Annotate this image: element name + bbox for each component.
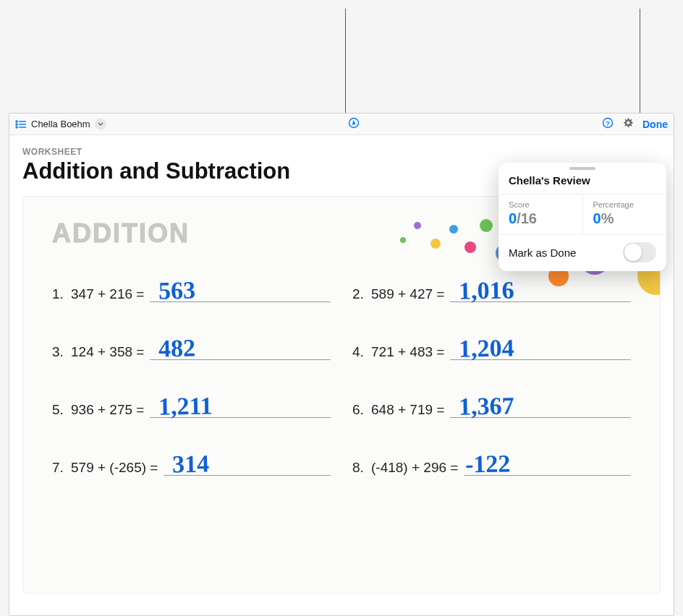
percentage-value: 0 bbox=[593, 210, 601, 226]
handwritten-answer: 314 bbox=[172, 450, 210, 479]
answer-line[interactable]: -122 bbox=[464, 450, 631, 476]
problem-expression: 124 + 358 = bbox=[71, 344, 144, 360]
svg-point-9 bbox=[627, 121, 629, 124]
answer-line[interactable]: 1,016 bbox=[450, 276, 631, 302]
mark-as-done-label: Mark as Done bbox=[509, 247, 576, 259]
svg-point-0 bbox=[16, 121, 17, 122]
problem-row[interactable]: 8.(-418) + 296 =-122 bbox=[352, 450, 631, 476]
gear-icon[interactable] bbox=[622, 117, 634, 131]
problem-expression: 721 + 483 = bbox=[371, 344, 444, 360]
document-type-label: WORKSHEET bbox=[22, 147, 661, 157]
problem-expression: 579 + (-265) = bbox=[71, 460, 158, 476]
answer-line[interactable]: 1,211 bbox=[150, 392, 331, 418]
percentage-stat[interactable]: Percentage 0% bbox=[582, 194, 667, 234]
review-panel-title: Chella's Review bbox=[499, 173, 666, 194]
app-window: Chella Boehm ? Done WORKSHEET Addition a… bbox=[9, 113, 674, 616]
problem-row[interactable]: 7.579 + (-265) =314 bbox=[52, 450, 331, 476]
mark-as-done-toggle[interactable] bbox=[623, 242, 656, 262]
decor-circle bbox=[414, 222, 421, 229]
problem-number: 3. bbox=[52, 344, 71, 360]
decor-circle bbox=[400, 237, 406, 243]
decor-circle bbox=[464, 241, 476, 253]
problem-row[interactable]: 3.124 + 358 =482 bbox=[52, 334, 331, 360]
problem-expression: 936 + 275 = bbox=[71, 402, 144, 418]
answer-line[interactable]: 314 bbox=[164, 450, 331, 476]
problem-number: 2. bbox=[352, 286, 371, 302]
problem-number: 4. bbox=[352, 344, 371, 360]
mark-as-done-row: Mark as Done bbox=[499, 235, 666, 271]
problem-number: 6. bbox=[352, 402, 371, 418]
score-label: Score bbox=[509, 200, 572, 209]
review-stats: Score 0/16 Percentage 0% bbox=[499, 194, 666, 235]
problem-number: 8. bbox=[352, 460, 371, 476]
problem-row[interactable]: 6.648 + 719 =1,367 bbox=[352, 392, 631, 418]
handwritten-answer: 1,367 bbox=[459, 392, 514, 420]
handwritten-answer: 1,211 bbox=[158, 392, 213, 420]
score-stat[interactable]: Score 0/16 bbox=[499, 194, 582, 234]
markup-icon[interactable] bbox=[348, 117, 360, 131]
answer-line[interactable]: 1,367 bbox=[450, 392, 631, 418]
list-icon[interactable] bbox=[15, 120, 27, 129]
toolbar: Chella Boehm ? Done bbox=[9, 114, 674, 135]
handwritten-answer: -122 bbox=[465, 450, 511, 478]
problem-number: 7. bbox=[52, 460, 71, 476]
percentage-label: Percentage bbox=[593, 200, 657, 209]
problem-row[interactable]: 2.589 + 427 =1,016 bbox=[352, 276, 631, 302]
problem-row[interactable]: 5.936 + 275 =1,211 bbox=[52, 392, 331, 418]
handwritten-answer: 482 bbox=[158, 335, 196, 363]
answer-line[interactable]: 1,204 bbox=[450, 334, 631, 360]
answer-line[interactable]: 563 bbox=[150, 276, 331, 302]
toggle-knob bbox=[624, 244, 642, 261]
problem-row[interactable]: 1.347 + 216 =563 bbox=[52, 276, 331, 302]
review-panel[interactable]: Chella's Review Score 0/16 Percentage 0%… bbox=[499, 163, 666, 271]
panel-grabber[interactable] bbox=[569, 167, 595, 170]
answer-line[interactable]: 482 bbox=[150, 334, 331, 360]
callout-leader bbox=[345, 9, 346, 113]
document-content: WORKSHEET Addition and Subtraction ADDIT… bbox=[9, 135, 674, 615]
problem-number: 5. bbox=[52, 402, 71, 418]
decor-circle bbox=[480, 219, 493, 232]
done-button[interactable]: Done bbox=[642, 119, 668, 130]
help-icon[interactable]: ? bbox=[602, 117, 614, 131]
svg-point-2 bbox=[16, 124, 17, 125]
handwritten-answer: 1,016 bbox=[459, 276, 514, 304]
problem-number: 1. bbox=[52, 286, 71, 302]
decor-circle bbox=[449, 225, 458, 234]
problem-expression: (-418) + 296 = bbox=[371, 460, 458, 476]
student-name-dropdown[interactable]: Chella Boehm bbox=[31, 119, 90, 129]
handwritten-answer: 1,204 bbox=[459, 334, 514, 362]
problem-row[interactable]: 4.721 + 483 =1,204 bbox=[352, 334, 631, 360]
chevron-down-icon[interactable] bbox=[95, 119, 106, 130]
problem-expression: 347 + 216 = bbox=[71, 286, 144, 302]
svg-text:?: ? bbox=[606, 120, 610, 127]
svg-point-4 bbox=[16, 127, 17, 128]
problem-expression: 648 + 719 = bbox=[371, 402, 444, 418]
decor-circle bbox=[430, 239, 441, 249]
handwritten-answer: 563 bbox=[158, 277, 196, 305]
problem-expression: 589 + 427 = bbox=[371, 286, 444, 302]
score-value: 0 bbox=[509, 210, 517, 226]
